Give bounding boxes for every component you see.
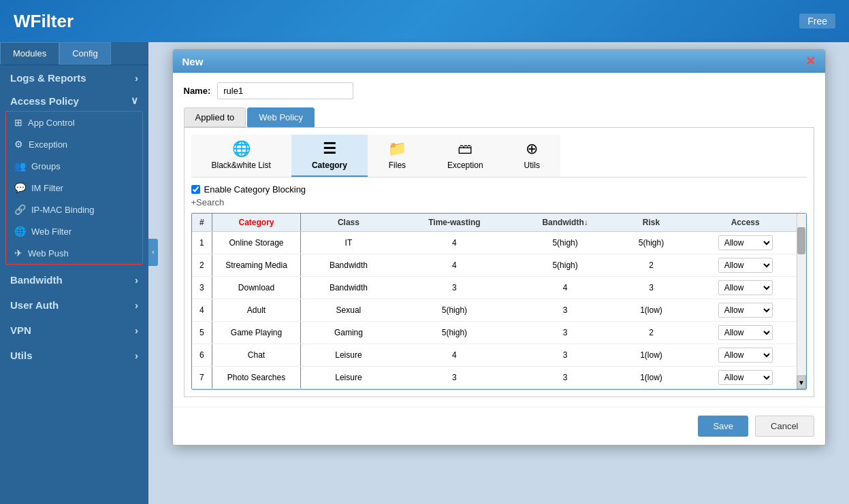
cell-category: Chat (212, 344, 301, 367)
cell-access[interactable]: Allow Block Warn (685, 232, 806, 254)
sidebar-tabs: Modules Config (0, 42, 148, 65)
category-panel: 🌐 Black&white List ☰ Category 📁 Files (184, 128, 814, 397)
access-policy-group: ⊞ App Control ⚙ Exception 👥 Groups 💬 IM … (5, 111, 143, 265)
cell-timewasting: 3 (396, 389, 513, 390)
sidebar-collapse-button[interactable]: ‹ (148, 239, 158, 266)
cell-class: Bandwidth (301, 254, 396, 277)
cell-risk: 2 (618, 254, 685, 277)
sidebar-item-web-push[interactable]: ✈ Web Push (6, 242, 142, 264)
user-auth-arrow: › (135, 299, 138, 311)
icon-tab-category[interactable]: ☰ Category (291, 135, 368, 177)
icon-tab-utils[interactable]: ⊕ Utils (504, 135, 560, 177)
cell-class: Sexual (301, 299, 396, 322)
icon-tab-blackwhite[interactable]: 🌐 Black&white List (191, 135, 291, 177)
sidebar-item-web-filter[interactable]: 🌐 Web Filter (6, 220, 142, 242)
cell-access[interactable]: Allow Block Warn (685, 344, 806, 367)
access-select[interactable]: Allow Block Warn (718, 325, 773, 340)
exception-tab-label: Exception (447, 161, 483, 170)
web-filter-icon: 🌐 (14, 226, 26, 237)
groups-icon: 👥 (14, 161, 26, 171)
cell-bandwidth: 5(high) (513, 232, 618, 254)
table-row: 6 Chat Leisure 4 3 1(low) Allow Block Wa… (192, 344, 806, 367)
blackwhite-icon: 🌐 (232, 140, 251, 158)
cell-bandwidth: 3 (513, 367, 618, 389)
name-input[interactable] (217, 82, 353, 99)
col-category: Category (212, 214, 301, 232)
sidebar-item-exception[interactable]: ⚙ Exception (6, 133, 142, 155)
access-select[interactable]: Allow Block Warn (718, 370, 773, 385)
cell-num: 4 (192, 299, 212, 322)
cancel-button[interactable]: Cancel (755, 416, 814, 437)
col-access: Access (685, 214, 806, 232)
tab-applied-to[interactable]: Applied to (184, 107, 246, 127)
col-class: Class (301, 214, 396, 232)
cell-category: Adult (212, 299, 301, 322)
cell-access[interactable]: Allow Block Warn (685, 254, 806, 277)
cell-num: 5 (192, 322, 212, 344)
search-row[interactable]: +Search (191, 197, 807, 207)
cell-risk: 5(high) (618, 232, 685, 254)
sidebar-item-logs[interactable]: Logs & Reports › (0, 65, 148, 88)
dialog-overlay: New ✕ Name: Applied to Web Policy (148, 42, 849, 504)
cell-risk: 1(low) (618, 389, 685, 390)
web-push-label: Web Push (28, 248, 69, 258)
cell-risk: 3 (618, 277, 685, 299)
sidebar-item-bandwidth[interactable]: Bandwidth › (0, 267, 148, 290)
icon-tab-files[interactable]: 📁 Files (368, 135, 427, 177)
cell-bandwidth: 3 (513, 299, 618, 322)
tab-config[interactable]: Config (59, 42, 111, 65)
sidebar-item-user-auth[interactable]: User Auth › (0, 292, 148, 315)
tab-web-policy[interactable]: Web Policy (247, 107, 315, 127)
icon-tab-exception[interactable]: 🗃 Exception (427, 135, 504, 177)
access-select[interactable]: Allow Block Warn (718, 348, 773, 363)
dialog-close-button[interactable]: ✕ (805, 55, 816, 67)
cell-risk: 2 (618, 322, 685, 344)
cell-category: Education (212, 389, 301, 390)
sidebar-item-access[interactable]: Access Policy ∨ (0, 88, 148, 111)
bandwidth-label: Bandwidth (10, 274, 63, 286)
cell-access[interactable]: Allow Block Warn (685, 367, 806, 389)
main-layout: Modules Config Logs & Reports › Access P… (0, 42, 849, 504)
sidebar: Modules Config Logs & Reports › Access P… (0, 42, 148, 504)
table-header-row: # Category Class Time-wasting Bandwidth↓… (192, 214, 806, 232)
cell-category: Photo Searches (212, 367, 301, 389)
scroll-down-button[interactable]: ▼ (797, 375, 806, 389)
cell-access[interactable]: Allow Block Warn (685, 277, 806, 299)
cell-risk: 1(low) (618, 344, 685, 367)
enable-category-checkbox[interactable] (191, 185, 200, 194)
cell-risk: 1(low) (618, 367, 685, 389)
scroll-thumb (797, 227, 805, 254)
utils-tab-label: Utils (524, 161, 540, 170)
sidebar-item-groups[interactable]: 👥 Groups (6, 155, 142, 177)
access-select[interactable]: Allow Block Warn (718, 235, 773, 250)
access-select[interactable]: Allow Block Warn (718, 280, 773, 295)
files-icon: 📁 (388, 140, 406, 158)
sidebar-item-app-control[interactable]: ⊞ App Control (6, 112, 142, 133)
scrollbar[interactable]: ▼ (797, 214, 806, 389)
access-select[interactable]: Allow Block Warn (718, 303, 773, 318)
web-push-icon: ✈ (14, 248, 22, 258)
access-select[interactable]: Allow Block Warn (718, 258, 773, 273)
cell-access[interactable]: Allow Block Warn (685, 389, 806, 390)
sidebar-item-utils[interactable]: Utils › (0, 343, 148, 365)
cell-access[interactable]: Allow Block Warn (685, 299, 806, 322)
im-filter-label: IM Filter (31, 183, 63, 193)
dialog-footer: Save Cancel (173, 407, 825, 445)
cell-category: Online Storage (212, 232, 301, 254)
ip-mac-label: IP-MAC Binding (31, 205, 94, 215)
cell-class: IT (301, 232, 396, 254)
cell-class: Knowledge (301, 389, 396, 390)
exception-label: Exception (29, 139, 67, 150)
cell-num: 7 (192, 367, 212, 389)
utils-arrow: › (135, 350, 138, 361)
table-row: 4 Adult Sexual 5(high) 3 1(low) Allow Bl… (192, 299, 806, 322)
sidebar-item-vpn[interactable]: VPN › (0, 318, 148, 340)
sidebar-item-im-filter[interactable]: 💬 IM Filter (6, 177, 142, 199)
utils-tab-icon: ⊕ (526, 140, 538, 158)
enable-row: Enable Category Blocking (191, 184, 807, 195)
tab-modules[interactable]: Modules (0, 42, 59, 65)
save-button[interactable]: Save (698, 416, 748, 437)
blackwhite-label: Black&white List (212, 161, 271, 170)
cell-access[interactable]: Allow Block Warn (685, 322, 806, 344)
sidebar-item-ip-mac[interactable]: 🔗 IP-MAC Binding (6, 199, 142, 220)
